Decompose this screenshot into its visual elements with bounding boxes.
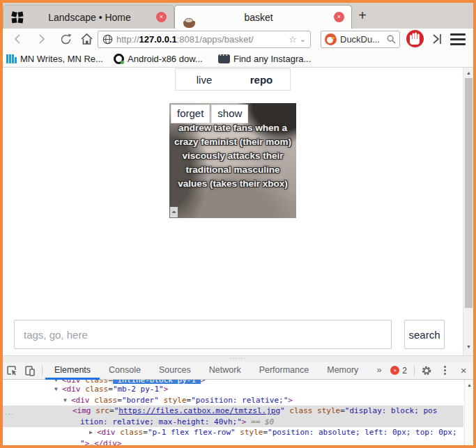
caption-line: viscously attacks their	[169, 149, 296, 163]
url-text[interactable]: http://127.0.0.1:8081/apps/basket/	[116, 34, 287, 45]
tree-expand-icon: ▼	[63, 395, 71, 406]
bookmark-find-instagram[interactable]: Find any Instagra...	[218, 52, 311, 65]
selected-node-gutter-dots: ···	[5, 410, 15, 418]
view-tab-repo[interactable]: repo	[233, 69, 290, 90]
scroll-down-icon[interactable]: ▼	[463, 344, 473, 349]
view-tab-live[interactable]: live	[176, 69, 233, 90]
dom-tree-row[interactable]: ▶<div class="p-1 flex flex-row" style="p…	[3, 427, 463, 438]
toolbar-divider	[42, 365, 43, 376]
search-engine-box[interactable]: DuckDu...	[321, 31, 400, 48]
devtools-close-icon[interactable]: ×	[454, 364, 473, 376]
toolbar-divider	[414, 365, 415, 376]
tab-bar: Landscape • Home × basket × +	[3, 3, 473, 29]
page-scrollbar[interactable]: ▲ ▼	[463, 68, 473, 355]
bookmark-star-icon[interactable]: ☆	[287, 34, 298, 45]
tab-close-icon[interactable]: ×	[156, 12, 167, 22]
devtools-tab-network[interactable]: Network	[200, 362, 250, 380]
error-count: 2	[402, 366, 407, 376]
search-engine-label[interactable]: DuckDu...	[340, 34, 383, 45]
landscape-app-icon	[12, 12, 23, 23]
tab-close-icon[interactable]: ×	[334, 12, 344, 22]
bookmark-speech-bubble-icon	[218, 54, 230, 63]
bookmark-mn-writes[interactable]: MN Writes, MN Re...	[6, 52, 103, 65]
devtools-toolbar: ElementsConsoleSourcesNetworkPerformance…	[3, 362, 473, 380]
bookmark-label: Android-x86 dow...	[128, 54, 203, 64]
caption-line: andrew tate fans when a	[169, 121, 296, 135]
tab-title: basket	[183, 12, 334, 23]
bookmark-ring-icon	[114, 54, 124, 64]
view-mode-tabs: liverepo	[175, 68, 291, 91]
menu-hamburger-icon[interactable]	[450, 33, 466, 45]
dom-tree-row[interactable]: ▼<div class="border" style="position: re…	[3, 395, 463, 406]
caption-line: values (takes their xbox)	[169, 177, 296, 191]
meme-image: andrew tate fans when acrazy feminist (t…	[169, 103, 296, 218]
tab-basket[interactable]: basket ×	[174, 5, 352, 29]
back-icon[interactable]	[10, 31, 26, 47]
more-options-kebab-icon[interactable]	[436, 366, 454, 375]
devtools-tab-console[interactable]: Console	[100, 362, 150, 380]
settings-gear-icon[interactable]	[417, 362, 436, 379]
search-button[interactable]: search	[404, 320, 445, 349]
new-tab-button[interactable]: +	[355, 7, 370, 24]
tree-expand-icon: ▼	[54, 380, 62, 384]
device-toolbar-icon[interactable]	[21, 362, 39, 379]
navigation-toolbar: http://127.0.0.1:8081/apps/basket/ ☆ ⌄ D…	[3, 29, 473, 50]
caption-line: crazy feminist (their mom)	[169, 135, 296, 149]
tree-expand-icon: ▶	[89, 427, 97, 438]
bookmark-label: MN Writes, MN Re...	[20, 54, 103, 64]
dom-tree-row[interactable]: ▼<div class="mb-2 py-1">	[3, 384, 463, 395]
bookmark-label: Find any Instagra...	[233, 54, 311, 64]
scroll-up-icon[interactable]: ▲	[463, 70, 473, 75]
show-button[interactable]: show	[211, 105, 248, 123]
urlbar-dropdown-icon[interactable]: ⌄	[298, 35, 310, 44]
clipped-row: ▼<div class="inline-block py-1">	[3, 380, 473, 384]
forget-button[interactable]: forget	[171, 105, 210, 123]
devtools-tab-elements[interactable]: Elements	[45, 362, 100, 380]
magnifier-icon[interactable]	[383, 35, 399, 44]
devtools-tab-performance[interactable]: Performance	[250, 362, 318, 380]
tag-search-input[interactable]	[14, 320, 392, 349]
scroll-up-icon: ▲	[465, 383, 473, 387]
forward-icon[interactable]	[33, 31, 49, 47]
inspect-element-icon[interactable]	[3, 362, 21, 379]
browser-window: Landscape • Home × basket × +	[0, 0, 476, 448]
bookmarks-bar: MN Writes, MN Re... Android-x86 dow... F…	[3, 50, 473, 68]
devtools-tabs: ElementsConsoleSourcesNetworkPerformance…	[45, 362, 390, 380]
home-icon[interactable]	[78, 31, 95, 47]
dom-tree-row[interactable]: <img src="https://files.catbox.moe/tmtzs…	[3, 405, 463, 417]
devtools-scrollbar[interactable]: ▲	[464, 380, 473, 445]
bookmark-android-x86[interactable]: Android-x86 dow...	[114, 52, 203, 65]
dom-tree-row[interactable]: ition: relative; max-height: 40vh;"> == …	[3, 417, 463, 428]
url-bar[interactable]: http://127.0.0.1:8081/apps/basket/ ☆ ⌄	[98, 31, 311, 48]
adblock-stop-hand-icon[interactable]	[406, 30, 424, 47]
tab-title: Landscape • Home	[23, 12, 156, 23]
meme-caption: andrew tate fans when acrazy feminist (t…	[169, 121, 296, 191]
caption-line: traditional masculine	[169, 163, 296, 177]
error-icon: ×	[390, 366, 399, 375]
image-overlay-buttons: forget show	[171, 105, 248, 123]
devtools-elements-panel: ▼<div class="inline-block py-1">▼<div cl…	[3, 380, 473, 445]
dom-tree-row[interactable]: ▼<div class="inline-block py-1">	[3, 380, 463, 384]
image-resize-handle[interactable]: ◂▸	[170, 207, 178, 217]
page-content: liverepo andrew tate fans when acrazy fe…	[3, 68, 473, 355]
devtools-tab-more[interactable]: »	[367, 362, 390, 380]
reload-icon[interactable]	[57, 31, 74, 47]
site-identity-globe-icon[interactable]	[98, 31, 116, 48]
bookmark-bars-icon	[6, 54, 17, 63]
dom-tree-row[interactable]: ">…</div>	[3, 438, 463, 446]
devtools-tab-memory[interactable]: Memory	[318, 362, 367, 380]
tab-landscape-home[interactable]: Landscape • Home ×	[3, 5, 174, 29]
scrollbar-thumb[interactable]	[465, 78, 473, 308]
sidebar-toggle-icon[interactable]	[429, 31, 445, 47]
error-badge[interactable]: × 2	[390, 366, 407, 376]
tree-expand-icon: ▼	[54, 384, 62, 395]
duckduckgo-icon[interactable]	[325, 33, 337, 45]
devtools-tab-sources[interactable]: Sources	[150, 362, 200, 380]
